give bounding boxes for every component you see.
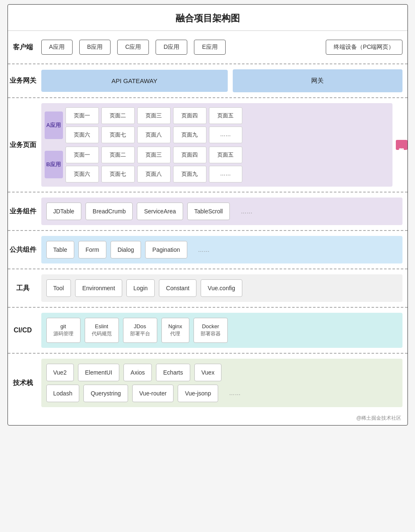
cicd-git-line1: git (60, 323, 66, 329)
biz-a-page4: 页面四 (173, 107, 206, 124)
architecture-diagram: 融合项目架构图 客户端 A应用 B应用 C应用 D应用 E应用 终端设备（PC端… (8, 4, 408, 426)
cicd-git: git 源码管理 (46, 318, 80, 343)
tech-querystring: Querystring (83, 385, 128, 402)
tech-vuerouter: Vue-router (132, 385, 174, 402)
biz-b-page-more: …… (209, 166, 242, 182)
biz-b-page9: 页面九 (173, 166, 206, 182)
biz-page-row: 业务页面 A应用 页面一 页面二 页面三 页面四 页面五 (8, 98, 407, 193)
biz-comp-more: …… (234, 203, 259, 220)
cicd-eslint-line2: 代码规范 (92, 330, 112, 337)
cicd-jdos-line2: 部署平台 (130, 330, 150, 337)
tech-stack-label: 技术栈 (8, 354, 38, 412)
biz-a-page9: 页面九 (173, 127, 206, 143)
quanxian-bar: 权限控制 (396, 140, 407, 150)
client-app-c: C应用 (117, 40, 149, 55)
biz-a-page1: 页面一 (65, 107, 99, 124)
biz-comp-tablescroll: TableScroll (187, 203, 230, 220)
biz-b-page6: 页面六 (65, 166, 99, 182)
tech-stack-content: Vue2 ElementUI Axios Echarts Vuex Lodash… (38, 354, 407, 412)
biz-components-label: 业务组件 (8, 193, 38, 230)
client-app-terminal: 终端设备（PC端网页） (326, 40, 402, 55)
biz-components-row: 业务组件 JDTable BreadCrumb ServiceArea Tabl… (8, 193, 407, 231)
biz-comp-breadcrumb: BreadCrumb (86, 203, 133, 220)
tech-echarts: Echarts (156, 364, 190, 381)
gateway-api: API GATEAWAY (41, 70, 228, 92)
biz-a-page7: 页面七 (101, 127, 135, 143)
cicd-nginx-line1: Nginx (169, 323, 182, 329)
cicd-docker: Docker 部署容器 (194, 318, 228, 343)
client-app-a: A应用 (41, 40, 73, 55)
tool-environment: Environment (75, 279, 122, 297)
tech-stack-inner: Vue2 ElementUI Axios Echarts Vuex Lodash… (41, 359, 402, 407)
pub-comp-table: Table (46, 241, 74, 258)
tech-row-2: Lodash Querystring Vue-router Vue-jsonp … (46, 385, 397, 402)
biz-b-page8: 页面八 (137, 166, 171, 182)
biz-b-page2: 页面二 (101, 147, 135, 163)
cicd-row: CI/CD git 源码管理 Eslint 代码规范 JDos 部署平台 Ngi… (8, 308, 407, 354)
biz-a-page6: 页面六 (65, 127, 99, 143)
pub-comp-more: …… (191, 241, 216, 258)
biz-b-page1: 页面一 (65, 147, 99, 163)
pub-comp-form: Form (78, 241, 106, 258)
tools-content: Tool Environment Login Constant Vue.conf… (38, 269, 407, 307)
biz-b-page5: 页面五 (209, 147, 242, 163)
pub-comp-dialog: Dialog (111, 241, 141, 258)
biz-comp-servicearea: ServiceArea (137, 203, 183, 220)
biz-page-content: A应用 页面一 页面二 页面三 页面四 页面五 页面六 页面七 页面八 (38, 98, 407, 192)
cicd-jdos: JDos 部署平台 (123, 318, 157, 343)
tech-lodash: Lodash (46, 385, 80, 402)
cicd-content: git 源码管理 Eslint 代码规范 JDos 部署平台 Nginx 代理 … (38, 308, 407, 353)
cicd-eslint: Eslint 代码规范 (85, 318, 119, 343)
biz-b-page3: 页面三 (137, 147, 171, 163)
biz-a-page5: 页面五 (209, 107, 242, 124)
tech-elementui: ElementUI (78, 364, 119, 381)
client-app-b: B应用 (79, 40, 111, 55)
cicd-git-line2: 源码管理 (53, 330, 73, 337)
biz-components-content: JDTable BreadCrumb ServiceArea TableScro… (38, 193, 407, 230)
client-label: 客户端 (8, 31, 38, 63)
tools-row: 工具 Tool Environment Login Constant Vue.c… (8, 269, 407, 308)
tools-label: 工具 (8, 269, 38, 307)
biz-app-a-label: A应用 (45, 111, 63, 139)
watermark: @稀土掘金技术社区 (8, 412, 407, 425)
biz-a-page8: 页面八 (137, 127, 171, 143)
tool-tool: Tool (46, 279, 71, 297)
tech-axios: Axios (123, 364, 152, 381)
cicd-inner: git 源码管理 Eslint 代码规范 JDos 部署平台 Nginx 代理 … (41, 313, 402, 348)
public-components-inner: Table Form Dialog Pagination …… (41, 236, 402, 263)
tools-inner: Tool Environment Login Constant Vue.conf… (41, 274, 402, 302)
gateway-row: 业务网关 API GATEAWAY 网关 (8, 64, 407, 98)
tool-login: Login (126, 279, 155, 297)
client-app-e: E应用 (194, 40, 225, 55)
public-components-label: 公共组件 (8, 231, 38, 269)
client-content: A应用 B应用 C应用 D应用 E应用 终端设备（PC端网页） (38, 31, 407, 63)
public-components-row: 公共组件 Table Form Dialog Pagination …… (8, 231, 407, 269)
tech-stack-row: 技术栈 Vue2 ElementUI Axios Echarts Vuex Lo… (8, 354, 407, 412)
biz-app-b-label: B应用 (45, 151, 63, 178)
client-row: 客户端 A应用 B应用 C应用 D应用 E应用 终端设备（PC端网页） (8, 31, 407, 64)
biz-components-inner: JDTable BreadCrumb ServiceArea TableScro… (41, 198, 402, 225)
biz-page-label: 业务页面 (8, 98, 38, 192)
biz-app-b-row: B应用 页面一 页面二 页面三 页面四 页面五 页面六 页面七 页面八 (45, 147, 389, 182)
biz-app-a-row1: A应用 页面一 页面二 页面三 页面四 页面五 页面六 页面七 页面八 (45, 107, 389, 143)
cicd-eslint-line1: Eslint (95, 323, 108, 329)
biz-a-page2: 页面二 (101, 107, 135, 124)
cicd-docker-line1: Docker (202, 323, 219, 329)
cicd-docker-line2: 部署容器 (201, 330, 221, 337)
biz-a-page-more: …… (209, 127, 242, 143)
biz-comp-jdtable: JDTable (46, 203, 82, 220)
gateway-label: 业务网关 (8, 64, 38, 97)
cicd-nginx: Nginx 代理 (161, 318, 189, 343)
cicd-nginx-line2: 代理 (170, 330, 180, 337)
tech-more: …… (222, 385, 247, 402)
cicd-jdos-line1: JDos (134, 323, 146, 329)
public-components-content: Table Form Dialog Pagination …… (38, 231, 407, 269)
gateway-content: API GATEAWAY 网关 (38, 64, 407, 97)
biz-a-page3: 页面三 (137, 107, 171, 124)
biz-b-page4: 页面四 (173, 147, 206, 163)
tech-vuex: Vuex (194, 364, 221, 381)
gateway-boxes: API GATEAWAY 网关 (41, 69, 402, 92)
biz-b-page7: 页面七 (101, 166, 135, 182)
client-apps: A应用 B应用 C应用 D应用 E应用 终端设备（PC端网页） (41, 40, 402, 55)
tech-row-1: Vue2 ElementUI Axios Echarts Vuex (46, 364, 397, 381)
